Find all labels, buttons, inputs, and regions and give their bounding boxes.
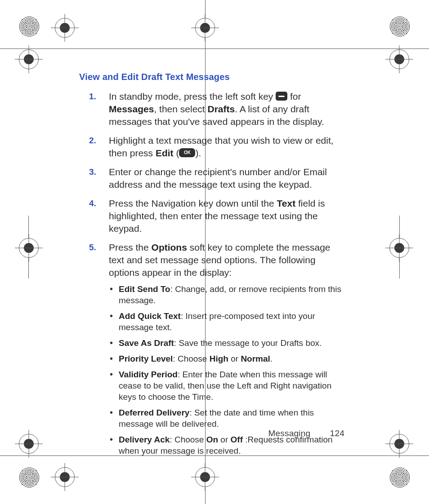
bold-term: On <box>206 435 218 444</box>
bold-term: Options <box>152 242 187 252</box>
footer-page-number: 124 <box>330 429 344 438</box>
registration-target-icon <box>389 238 409 258</box>
option-item: Validity Period: Enter the Date when thi… <box>109 369 344 402</box>
step-number: 2. <box>79 134 109 159</box>
step-body: Press the Options soft key to complete t… <box>109 241 344 461</box>
registration-target-icon <box>19 49 39 69</box>
step-body: Press the Navigation key down until the … <box>109 197 344 235</box>
step-number: 4. <box>79 197 109 235</box>
step-body: In standby mode, press the left soft key… <box>109 90 344 128</box>
step-body: Highlight a text message that you wish t… <box>109 134 344 159</box>
bold-term: High <box>210 354 228 363</box>
bold-term: Edit Send To <box>119 284 170 294</box>
option-item: Edit Send To: Change, add, or remove rec… <box>109 283 344 306</box>
registration-target-icon <box>55 18 75 38</box>
footer-section: Messaging <box>268 429 311 438</box>
registration-target-icon <box>195 18 215 38</box>
manual-content: View and Edit Draft Text Messages 1.In s… <box>79 72 344 467</box>
step-number: 5. <box>79 241 109 461</box>
option-item: Add Quick Text: Insert pre-composed text… <box>109 310 344 333</box>
bold-term: Off <box>231 435 243 444</box>
instruction-step: 2.Highlight a text message that you wish… <box>79 134 344 159</box>
instruction-step: 3.Enter or change the recipient's number… <box>79 166 344 191</box>
page-footer: Messaging 124 <box>268 429 344 438</box>
bold-term: Delivery Ack <box>119 435 170 444</box>
registration-corner-icon <box>19 467 40 488</box>
registration-corner-icon <box>19 16 40 37</box>
registration-target-icon <box>19 434 39 454</box>
step-number: 3. <box>79 166 109 191</box>
option-item: Deferred Delivery: Set the date and time… <box>109 407 344 429</box>
registration-corner-icon <box>389 467 410 488</box>
section-heading: View and Edit Draft Text Messages <box>79 72 344 82</box>
bold-term: Validity Period <box>119 370 178 379</box>
registration-line <box>0 49 429 49</box>
registration-corner-icon <box>389 16 410 37</box>
bold-term: Deferred Delivery <box>119 408 189 417</box>
bold-term: Messages <box>109 104 154 114</box>
instruction-step: 1.In standby mode, press the left soft k… <box>79 90 344 128</box>
softkey-dash-icon <box>276 92 287 101</box>
instruction-step: 4.Press the Navigation key down until th… <box>79 197 344 235</box>
registration-target-icon <box>195 467 215 487</box>
bold-term: Drafts <box>207 104 235 114</box>
bold-term: Priority Level <box>119 354 173 363</box>
step-number: 1. <box>79 90 109 128</box>
bold-term: Edit <box>156 148 174 158</box>
registration-target-icon <box>55 467 75 487</box>
bold-term: Normal <box>241 354 270 363</box>
bold-term: Add Quick Text <box>119 311 181 321</box>
ok-key-icon: OK <box>179 148 195 157</box>
registration-target-icon <box>389 434 409 454</box>
registration-target-icon <box>19 238 39 258</box>
registration-target-icon <box>389 49 409 69</box>
instruction-list: 1.In standby mode, press the left soft k… <box>79 90 344 461</box>
option-item: Priority Level: Choose High or Normal. <box>109 353 344 364</box>
bold-term: Save As Draft <box>119 338 174 348</box>
instruction-step: 5.Press the Options soft key to complete… <box>79 241 344 461</box>
bold-term: Text <box>277 198 296 208</box>
step-body: Enter or change the recipient's number a… <box>109 166 344 191</box>
option-item: Save As Draft: Save the message to your … <box>109 337 344 349</box>
